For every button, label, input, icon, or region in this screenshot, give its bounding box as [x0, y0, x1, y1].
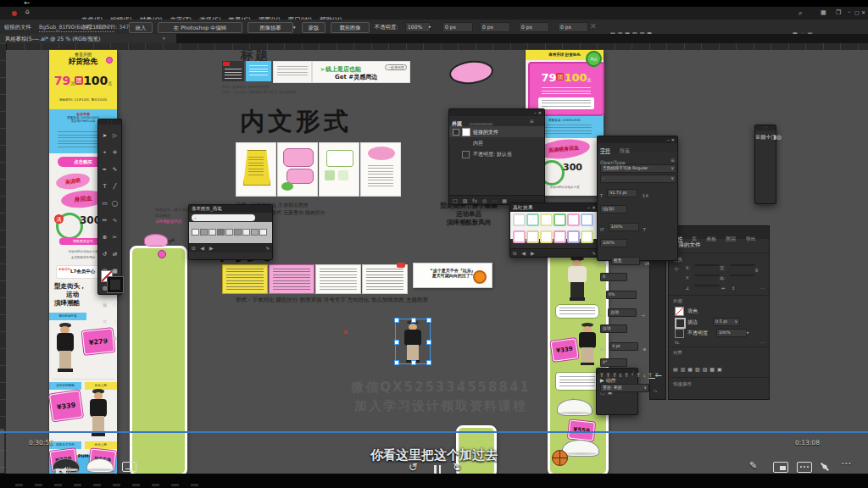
panel-footer-icon[interactable]: ⧉: [192, 245, 195, 251]
brush-swatch[interactable]: [251, 229, 259, 236]
maximize-button[interactable]: ▢: [854, 9, 860, 15]
panel-footer-icon[interactable]: fx: [472, 197, 477, 203]
appearance-panel-grip[interactable]: – ×: [449, 109, 544, 116]
taskbar-item[interactable]: [54, 484, 62, 486]
tool-icon[interactable]: ⌖: [100, 147, 110, 158]
small-caps-button[interactable]: Tt: [613, 372, 625, 378]
swatch-panel-header[interactable]: 真红效果 – ×: [510, 203, 598, 212]
width-field[interactable]: [730, 264, 755, 266]
brush-swatch[interactable]: [259, 229, 267, 236]
taskbar-item[interactable]: [93, 484, 101, 486]
brush-swatch[interactable]: [192, 229, 199, 236]
back-arrow-icon[interactable]: ←: [24, 0, 31, 7]
tool-icon[interactable]: ╱: [110, 181, 120, 192]
panel-footer-icon[interactable]: ▨: [463, 197, 468, 203]
selection-handle[interactable]: [394, 360, 399, 365]
home-icon[interactable]: ⌂: [25, 8, 30, 15]
rotation-field[interactable]: [694, 285, 720, 286]
taskbar-item[interactable]: [191, 484, 198, 486]
brushes-panel-header[interactable]: 基本图形_画笔: [189, 205, 272, 213]
selection-handle[interactable]: [426, 340, 431, 345]
transform-w-field[interactable]: 0 px: [519, 22, 549, 32]
taskbar-item[interactable]: [132, 484, 140, 486]
collapse-icon[interactable]: –: [587, 204, 590, 210]
tool-icon[interactable]: ✏: [100, 215, 110, 226]
more-options-button[interactable]: ⋯: [841, 458, 851, 469]
workspace-icon[interactable]: ❐: [836, 9, 841, 16]
tab-caret-icon[interactable]: ▾: [163, 34, 165, 43]
taskbar-item[interactable]: [171, 484, 179, 486]
char-rotation-field[interactable]: 0°: [600, 358, 627, 367]
appearance-row-opacity[interactable]: 不透明度: 默认值: [449, 148, 544, 159]
tool-icon[interactable]: ⊕: [100, 232, 110, 243]
align-icon[interactable]: ▦: [687, 366, 693, 372]
brush-swatch[interactable]: [217, 229, 225, 236]
color-swatch[interactable]: [540, 214, 553, 226]
panel-footer-icon[interactable]: ◀: [521, 250, 526, 256]
tool-icon[interactable]: ⌕: [100, 334, 110, 345]
align-icon[interactable]: ▣: [717, 366, 722, 372]
align-icon[interactable]: ▥: [681, 366, 686, 372]
color-swatch[interactable]: [526, 230, 539, 243]
brush-swatch[interactable]: [242, 229, 250, 236]
tool-icon[interactable]: ✛: [110, 147, 120, 158]
color-swatch[interactable]: [554, 214, 566, 226]
panels-icon[interactable]: ▦: [821, 9, 826, 16]
color-swatch[interactable]: [554, 230, 566, 243]
brush-swatch[interactable]: [200, 229, 208, 236]
selection-handle[interactable]: [411, 318, 416, 323]
panel-footer-icon[interactable]: ◎: [482, 197, 487, 203]
edit-in-photoshop-button[interactable]: 在 Photoshop 中编辑: [158, 22, 242, 33]
all-caps-button[interactable]: TT: [600, 372, 613, 378]
panel-footer-icon[interactable]: ◀: [200, 245, 204, 251]
color-swatch[interactable]: [567, 230, 580, 243]
aki-right-select[interactable]: 自动: [600, 324, 627, 333]
leading-field[interactable]: (自动): [600, 205, 627, 214]
stroke-weight-field[interactable]: 0.5 pt∨: [713, 318, 740, 326]
color-swatch[interactable]: [581, 230, 593, 243]
panel-footer-icon[interactable]: ▶: [209, 245, 214, 251]
tsume-field[interactable]: 0%: [606, 291, 637, 299]
subscript-button[interactable]: T₁: [637, 372, 648, 378]
selection-handle[interactable]: [426, 360, 431, 365]
tab-artboards[interactable]: 画板: [706, 236, 716, 241]
x-field[interactable]: [694, 264, 720, 266]
panel-footer-icon[interactable]: ⋯: [492, 197, 497, 203]
taskbar-item[interactable]: [15, 484, 23, 486]
tool-icon[interactable]: ◇: [110, 300, 120, 311]
color-swatch[interactable]: [513, 230, 526, 243]
tab-layers[interactable]: 图层: [726, 236, 736, 241]
image-trace-dropdown[interactable]: 图像描摹: [248, 22, 293, 33]
mask-button[interactable]: 蒙版: [302, 22, 326, 33]
tool-icon[interactable]: ▣: [100, 300, 110, 311]
tool-icon[interactable]: ✎: [110, 164, 120, 175]
opacity-field[interactable]: 100%: [405, 22, 431, 32]
strikethrough-button[interactable]: T: [655, 372, 662, 378]
transform-h-field[interactable]: 0 px: [558, 22, 588, 32]
edit-swatch-icon[interactable]: ✎: [593, 249, 596, 258]
selected-image[interactable]: [395, 319, 431, 364]
tab-opentype[interactable]: OpenType: [600, 159, 626, 165]
close-button[interactable]: ✕: [861, 9, 865, 15]
tool-icon[interactable]: ⇄: [110, 249, 120, 260]
brush-swatch[interactable]: [234, 229, 242, 236]
strip-panel-icon[interactable]: ▤: [760, 134, 766, 141]
embed-button[interactable]: 嵌入: [129, 22, 153, 33]
close-icon[interactable]: ×: [592, 204, 596, 210]
transform-y-field[interactable]: 0 px: [480, 22, 510, 32]
forward-30-button[interactable]: ↻ 30: [453, 458, 462, 474]
tool-icon[interactable]: ✱: [110, 334, 120, 345]
panel-footer-icon[interactable]: ▦: [502, 197, 507, 203]
color-swatch[interactable]: [526, 214, 539, 226]
tab-paragraph[interactable]: 段落: [620, 147, 630, 153]
green-column-left[interactable]: [130, 246, 187, 476]
tool-icon[interactable]: ∿: [110, 215, 120, 226]
more-options-icon[interactable]: ⋯: [760, 286, 765, 291]
align-icon[interactable]: ▨: [703, 366, 708, 372]
tool-icon[interactable]: ▷: [110, 130, 120, 141]
flip-horizontal-icon[interactable]: ↔: [721, 286, 725, 291]
vertical-scale-field[interactable]: 100%: [609, 223, 639, 231]
color-swatch[interactable]: [581, 214, 593, 226]
font-size-field[interactable]: 91.73 pt: [607, 189, 637, 197]
rewind-10-button[interactable]: ↺ 10: [409, 458, 418, 474]
